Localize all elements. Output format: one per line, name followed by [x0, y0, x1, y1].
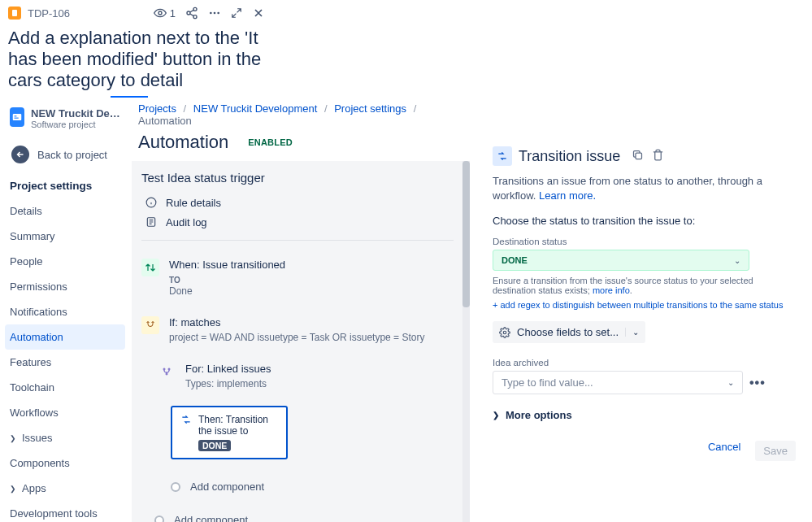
svg-point-15 — [166, 373, 167, 375]
sidebar-item-devtools[interactable]: Development tools — [5, 501, 125, 522]
if-title: If: matches — [169, 316, 424, 328]
svg-rect-16 — [636, 153, 642, 159]
rule-details-link[interactable]: Rule details — [141, 193, 454, 212]
regex-link[interactable]: + add regex to distinguish between multi… — [493, 297, 796, 321]
audit-icon — [145, 215, 158, 228]
back-label: Back to project — [37, 149, 107, 161]
condition-icon — [141, 316, 159, 334]
rule-name[interactable]: Test Idea status trigger — [141, 171, 454, 193]
svg-rect-0 — [12, 10, 17, 16]
footer-actions: Cancel Save — [493, 421, 796, 461]
delete-button[interactable] — [652, 149, 664, 163]
field-more-button[interactable]: ••• — [749, 376, 766, 390]
when-title: When: Issue transitioned — [169, 259, 285, 271]
story-icon — [11, 9, 19, 17]
automation-header: Automation ENABLED — [130, 128, 470, 161]
issue-header: TDP-106 1 — [0, 0, 273, 24]
audit-log-label: Audit log — [166, 216, 207, 228]
trigger-icon — [141, 259, 159, 276]
svg-rect-10 — [15, 118, 19, 119]
rule-node-when[interactable]: When: Issue transitioned TO Done — [141, 255, 454, 313]
divider — [141, 240, 454, 241]
cancel-button[interactable]: Cancel — [708, 441, 740, 461]
detail-title: Transition issue — [519, 148, 620, 165]
back-to-project[interactable]: Back to project — [5, 137, 125, 176]
breadcrumb-project[interactable]: NEW Truckit Development — [193, 102, 317, 115]
sidebar-item-components[interactable]: Components — [5, 450, 125, 476]
dots-icon — [208, 7, 221, 20]
for-sub: Types: implements — [185, 375, 271, 389]
info-icon — [145, 196, 158, 209]
add-component-outer[interactable]: Add component — [154, 493, 454, 522]
idea-archived-select[interactable]: Type to find value... ⌄ — [493, 371, 743, 394]
branch-icon — [158, 363, 176, 381]
then-title: Then: Transition the issue to — [198, 414, 278, 437]
sidebar-item-issues[interactable]: ❯Issues — [5, 425, 125, 450]
project-card[interactable]: NEW Truckit Developm... Software project — [5, 104, 125, 137]
breadcrumb-projects[interactable]: Projects — [138, 102, 176, 115]
more-info-link[interactable]: more info — [593, 285, 630, 295]
breadcrumb-settings[interactable]: Project settings — [334, 102, 406, 115]
sidebar-item-summary[interactable]: Summary — [5, 224, 125, 249]
save-button[interactable]: Save — [755, 441, 796, 461]
add-component-label: Add component — [190, 481, 264, 493]
learn-more-link[interactable]: Learn more. — [539, 189, 596, 202]
watchers-toggle[interactable]: 1 — [154, 7, 176, 20]
more-options-toggle[interactable]: ❯ More options — [493, 394, 796, 421]
sidebar-item-workflows[interactable]: Workflows — [5, 400, 125, 425]
svg-point-3 — [187, 11, 190, 15]
watcher-count: 1 — [170, 7, 176, 20]
add-component-label: Add component — [174, 514, 248, 522]
project-type: Software project — [31, 120, 120, 129]
breadcrumb: Projects / NEW Truckit Development / Pro… — [130, 98, 470, 128]
scrollbar[interactable] — [462, 161, 470, 522]
subtitle-text: Transitions an issue from one status to … — [493, 175, 762, 202]
main-wrap: NEW Truckit Developm... Software project… — [0, 98, 812, 522]
header-controls: 1 — [154, 7, 265, 20]
close-button[interactable] — [252, 7, 265, 20]
choose-fields-label: Choose fields to set... — [517, 326, 619, 338]
dest-status-value: DONE — [502, 255, 528, 265]
sidebar-label-issues: Issues — [22, 432, 53, 444]
when-to: TO — [169, 276, 180, 285]
sidebar-item-notifications[interactable]: Notifications — [5, 299, 125, 324]
copy-icon — [632, 149, 644, 161]
transition-icon — [493, 146, 512, 166]
eye-icon — [154, 7, 167, 20]
svg-point-7 — [217, 12, 219, 15]
chevron-right-icon: ❯ — [493, 411, 499, 420]
expand-icon — [231, 7, 242, 19]
sidebar-item-details[interactable]: Details — [5, 198, 125, 224]
issue-type-badge — [8, 7, 21, 20]
automation-panel: Projects / NEW Truckit Development / Pro… — [130, 98, 470, 522]
more-actions-button[interactable] — [208, 7, 221, 20]
dest-status-select[interactable]: DONE ⌄ — [493, 250, 749, 271]
action-icon — [180, 414, 192, 428]
rule-node-if[interactable]: If: matches project = WAD AND issuetype … — [141, 313, 454, 359]
more-options-label: More options — [506, 409, 572, 421]
hint-line: Ensure a transition from the issue's sou… — [493, 271, 796, 297]
svg-point-17 — [503, 331, 506, 334]
sidebar-item-toolchain[interactable]: Toolchain — [5, 375, 125, 400]
issue-key[interactable]: TDP-106 — [28, 7, 70, 20]
detail-header: Transition issue — [493, 146, 796, 166]
svg-point-4 — [193, 15, 197, 19]
sidebar: NEW Truckit Developm... Software project… — [0, 98, 130, 522]
sidebar-item-people[interactable]: People — [5, 249, 125, 274]
audit-log-link[interactable]: Audit log — [141, 212, 454, 232]
expand-button[interactable] — [231, 7, 242, 19]
issue-title[interactable]: Add a explanation next to the 'It has be… — [0, 24, 273, 96]
copy-button[interactable] — [632, 149, 644, 163]
back-icon — [11, 146, 29, 163]
share-button[interactable] — [185, 7, 198, 20]
choose-fields-button[interactable]: Choose fields to set... ⌄ — [493, 321, 645, 343]
sidebar-item-permissions[interactable]: Permissions — [5, 274, 125, 299]
idea-archived-label: Idea archived — [493, 358, 796, 371]
sidebar-item-apps[interactable]: ❯Apps — [5, 476, 125, 501]
chevron-down-icon: ⌄ — [734, 256, 740, 265]
sidebar-item-automation[interactable]: Automation — [5, 324, 125, 350]
rule-node-then[interactable]: Then: Transition the issue to DONE — [171, 406, 288, 459]
sidebar-item-features[interactable]: Features — [5, 350, 125, 375]
rule-node-for[interactable]: For: Linked issues Types: implements — [141, 359, 454, 406]
add-component-inner[interactable]: Add component — [171, 459, 454, 493]
